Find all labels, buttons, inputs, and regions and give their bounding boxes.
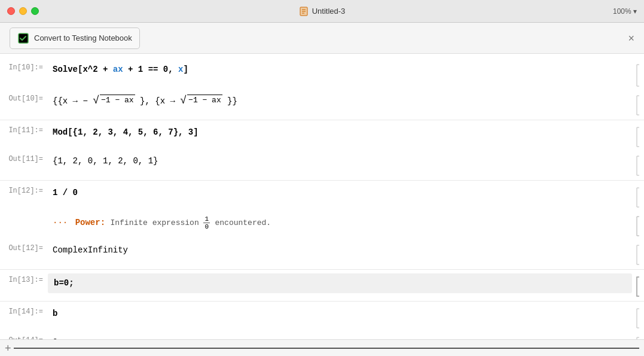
zoom-level: 100% xyxy=(613,7,631,16)
cell-in12-warning-content: ··· Power: Infinite expression 1 0 encou… xyxy=(48,213,632,233)
cell-in14-content[interactable]: b xyxy=(48,305,632,322)
close-toolbar-button[interactable]: × xyxy=(628,33,634,44)
divider-12-13 xyxy=(0,269,644,270)
maximize-button[interactable] xyxy=(31,7,39,15)
cell-in13-bracket xyxy=(632,273,644,297)
cell-in13: In[13]:= b=0; xyxy=(0,271,644,300)
cell-out10: Out[10]= {{x → − √ −1 − ax }, {x → √ −1 … xyxy=(0,90,644,118)
cell-out10-content: {{x → − √ −1 − ax }, {x → √ −1 − ax }} xyxy=(48,92,632,110)
cell-in11-label: In[11]:= xyxy=(0,124,48,135)
warning-description: Infinite expression xyxy=(110,218,203,227)
cell-out14-label: Out[14]= xyxy=(0,334,48,339)
cell-out12-content: ComplexInfinity xyxy=(48,242,632,259)
close-button[interactable] xyxy=(7,7,15,15)
cell-in11-bracket xyxy=(632,124,644,148)
cell-in14: In[14]:= b xyxy=(0,303,644,331)
cell-in13-label: In[13]:= xyxy=(0,273,48,284)
out10-value: {{x → − √ −1 − ax }, {x → √ −1 − ax }} xyxy=(53,96,237,106)
cell-in13-content[interactable]: b=0; xyxy=(48,273,632,293)
title-bar: Untitled-3 100% ▾ xyxy=(0,0,644,23)
cell-in11-code: Mod[{1, 2, 3, 4, 5, 6, 7}, 3] xyxy=(53,127,199,137)
cell-out14: Out[14]= 0 xyxy=(0,331,644,339)
zoom-control[interactable]: 100% ▾ xyxy=(613,7,637,16)
traffic-lights xyxy=(7,7,39,15)
cell-in11: In[11]:= Mod[{1, 2, 3, 4, 5, 6, 7}, 3] xyxy=(0,121,644,150)
cell-in12-label: In[12]:= xyxy=(0,184,48,195)
cell-in11-content[interactable]: Mod[{1, 2, 3, 4, 5, 6, 7}, 3] xyxy=(48,124,632,141)
cell-in12-warning: Out[12]= ··· Power: Infinite expression … xyxy=(0,211,644,239)
cell-in14-bracket xyxy=(632,305,644,329)
toolbar: Convert to Testing Notebook × xyxy=(0,23,644,54)
cell-in12: In[12]:= 1 / 0 xyxy=(0,182,644,211)
bottom-line xyxy=(14,348,639,349)
cell-out12-label: Out[12]= xyxy=(0,242,48,252)
minimize-button[interactable] xyxy=(19,7,27,15)
cell-in10-bracket xyxy=(632,61,644,87)
cell-out12-bracket xyxy=(632,242,644,266)
convert-label: Convert to Testing Notebook xyxy=(34,34,132,42)
cell-in12-code: 1 / 0 xyxy=(53,188,78,197)
cell-out11-label: Out[11]= xyxy=(0,153,48,163)
cell-in12-bracket xyxy=(632,184,644,208)
out12-value: ComplexInfinity xyxy=(53,245,128,255)
cell-out11: Out[11]= {1, 2, 0, 1, 2, 0, 1} xyxy=(0,150,644,179)
cell-out11-content: {1, 2, 0, 1, 2, 0, 1} xyxy=(48,153,632,170)
window-title: Untitled-3 xyxy=(312,7,346,16)
divider-13-14 xyxy=(0,301,644,302)
cell-out10-label: Out[10]= xyxy=(0,92,48,103)
cell-out14-content: 0 xyxy=(48,334,632,339)
cell-in12-warning-label: Out[12]= xyxy=(0,213,48,224)
notebook-content: In[10]:= Solve[x^2 + ax + 1 == 0, x] Out… xyxy=(0,54,644,339)
cell-out12: Out[12]= ComplexInfinity xyxy=(0,239,644,268)
out11-value: {1, 2, 0, 1, 2, 0, 1} xyxy=(53,156,158,166)
cell-in10-content[interactable]: Solve[x^2 + ax + 1 == 0, x] xyxy=(48,61,632,78)
warning-fraction: 1 0 xyxy=(203,215,210,230)
cell-in14-code: b xyxy=(53,309,57,318)
convert-to-testing-button[interactable]: Convert to Testing Notebook xyxy=(10,28,140,49)
add-cell-button[interactable]: + xyxy=(5,343,11,354)
divider-10-11 xyxy=(0,120,644,120)
divider-11-12 xyxy=(0,180,644,181)
cell-out10-bracket xyxy=(632,92,644,116)
convert-icon xyxy=(17,32,29,44)
cell-out14-bracket xyxy=(632,334,644,339)
warning-icon: ··· xyxy=(53,218,68,227)
zoom-chevron: ▾ xyxy=(631,7,637,16)
cell-in10-code: Solve[x^2 + ax + 1 == 0, x] xyxy=(53,65,188,74)
cell-in10: In[10]:= Solve[x^2 + ax + 1 == 0, x] xyxy=(0,59,644,90)
cell-in14-label: In[14]:= xyxy=(0,305,48,316)
window-title-area: Untitled-3 xyxy=(299,7,346,16)
notebook-icon xyxy=(299,7,309,16)
warning-power-label: Power: xyxy=(75,218,105,227)
cell-in12-content[interactable]: 1 / 0 xyxy=(48,184,632,202)
cell-in12-warning-bracket xyxy=(632,213,644,237)
cell-in13-code: b=0; xyxy=(54,278,74,288)
out14-value: 0 xyxy=(53,337,57,339)
warning-end: encountered. xyxy=(215,218,271,227)
cell-out11-bracket xyxy=(632,153,644,177)
cell-in10-label: In[10]:= xyxy=(0,61,48,72)
bottom-bar: + xyxy=(0,339,644,356)
